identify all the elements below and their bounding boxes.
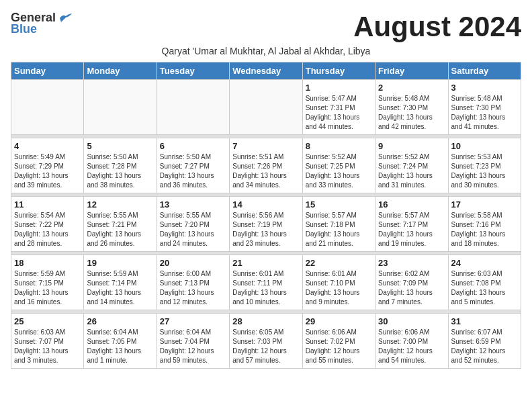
calendar-day: 15Sunrise: 5:57 AM Sunset: 7:18 PM Dayli… (302, 197, 375, 252)
calendar-day: 17Sunrise: 5:58 AM Sunset: 7:16 PM Dayli… (448, 197, 521, 252)
calendar-day: 22Sunrise: 6:01 AM Sunset: 7:10 PM Dayli… (302, 255, 375, 310)
day-info: Sunrise: 5:59 AM Sunset: 7:14 PM Dayligh… (87, 269, 153, 307)
calendar-day: 28Sunrise: 6:05 AM Sunset: 7:03 PM Dayli… (230, 314, 302, 369)
calendar-day: 3Sunrise: 5:48 AM Sunset: 7:30 PM Daylig… (448, 80, 521, 135)
day-number: 15 (306, 199, 372, 210)
calendar-day: 31Sunrise: 6:07 AM Sunset: 6:59 PM Dayli… (448, 314, 521, 369)
day-number: 5 (87, 141, 153, 151)
calendar-day: 23Sunrise: 6:02 AM Sunset: 7:09 PM Dayli… (375, 255, 448, 310)
weekday-header-saturday: Saturday (448, 62, 521, 80)
calendar-day: 18Sunrise: 5:59 AM Sunset: 7:15 PM Dayli… (11, 255, 84, 310)
day-number: 18 (14, 258, 81, 268)
day-number: 25 (14, 316, 81, 326)
day-number: 4 (14, 141, 81, 151)
day-info: Sunrise: 5:57 AM Sunset: 7:17 PM Dayligh… (378, 211, 445, 248)
weekday-header-monday: Monday (84, 62, 157, 80)
calendar-day: 19Sunrise: 5:59 AM Sunset: 7:14 PM Dayli… (84, 255, 157, 310)
week-row-2: 4Sunrise: 5:49 AM Sunset: 7:29 PM Daylig… (11, 138, 521, 193)
day-number: 31 (451, 316, 518, 326)
week-row-5: 25Sunrise: 6:03 AM Sunset: 7:07 PM Dayli… (11, 314, 521, 369)
day-info: Sunrise: 6:04 AM Sunset: 7:04 PM Dayligh… (160, 328, 226, 365)
calendar-day: 12Sunrise: 5:55 AM Sunset: 7:21 PM Dayli… (84, 197, 157, 252)
day-info: Sunrise: 5:55 AM Sunset: 7:20 PM Dayligh… (160, 211, 226, 248)
day-info: Sunrise: 6:04 AM Sunset: 7:05 PM Dayligh… (87, 328, 153, 365)
day-info: Sunrise: 5:54 AM Sunset: 7:22 PM Dayligh… (14, 211, 81, 248)
calendar-day: 25Sunrise: 6:03 AM Sunset: 7:07 PM Dayli… (11, 314, 84, 369)
weekday-header-row: SundayMondayTuesdayWednesdayThursdayFrid… (11, 62, 521, 80)
calendar-day: 13Sunrise: 5:55 AM Sunset: 7:20 PM Dayli… (157, 197, 229, 252)
calendar-day: 8Sunrise: 5:52 AM Sunset: 7:25 PM Daylig… (302, 138, 375, 193)
day-number: 1 (306, 83, 372, 93)
day-number: 22 (306, 258, 372, 268)
day-info: Sunrise: 5:50 AM Sunset: 7:28 PM Dayligh… (87, 152, 153, 190)
calendar-day: 20Sunrise: 6:00 AM Sunset: 7:13 PM Dayli… (157, 255, 229, 310)
day-info: Sunrise: 6:05 AM Sunset: 7:03 PM Dayligh… (232, 328, 299, 365)
day-number: 27 (160, 316, 226, 326)
day-number: 11 (14, 199, 81, 210)
day-number: 9 (378, 141, 445, 151)
weekday-header-friday: Friday (375, 62, 448, 80)
calendar-day: 29Sunrise: 6:06 AM Sunset: 7:02 PM Dayli… (302, 314, 375, 369)
day-number: 17 (451, 199, 518, 210)
day-info: Sunrise: 5:49 AM Sunset: 7:29 PM Dayligh… (14, 152, 81, 190)
logo-blue: Blue (11, 22, 37, 36)
day-info: Sunrise: 5:58 AM Sunset: 7:16 PM Dayligh… (451, 211, 518, 248)
logo: General Blue (11, 11, 73, 36)
day-number: 24 (451, 258, 518, 268)
calendar-day (11, 80, 84, 135)
week-row-4: 18Sunrise: 5:59 AM Sunset: 7:15 PM Dayli… (11, 255, 521, 310)
day-info: Sunrise: 5:48 AM Sunset: 7:30 PM Dayligh… (378, 94, 445, 132)
calendar-day: 7Sunrise: 5:51 AM Sunset: 7:26 PM Daylig… (230, 138, 302, 193)
weekday-header-thursday: Thursday (302, 62, 375, 80)
day-info: Sunrise: 6:01 AM Sunset: 7:10 PM Dayligh… (306, 269, 372, 307)
weekday-header-sunday: Sunday (11, 62, 84, 80)
day-info: Sunrise: 6:06 AM Sunset: 7:00 PM Dayligh… (378, 328, 445, 365)
calendar-table: SundayMondayTuesdayWednesdayThursdayFrid… (11, 62, 521, 369)
day-info: Sunrise: 5:57 AM Sunset: 7:18 PM Dayligh… (306, 211, 372, 248)
day-info: Sunrise: 6:06 AM Sunset: 7:02 PM Dayligh… (306, 328, 372, 365)
calendar-day: 9Sunrise: 5:52 AM Sunset: 7:24 PM Daylig… (375, 138, 448, 193)
day-info: Sunrise: 6:00 AM Sunset: 7:13 PM Dayligh… (160, 269, 226, 307)
day-number: 23 (378, 258, 445, 268)
day-info: Sunrise: 6:03 AM Sunset: 7:07 PM Dayligh… (14, 328, 81, 365)
calendar-day: 16Sunrise: 5:57 AM Sunset: 7:17 PM Dayli… (375, 197, 448, 252)
day-number: 12 (87, 199, 153, 210)
day-number: 21 (232, 258, 299, 268)
day-number: 20 (160, 258, 226, 268)
calendar-day: 6Sunrise: 5:50 AM Sunset: 7:27 PM Daylig… (157, 138, 229, 193)
day-number: 10 (451, 141, 518, 151)
calendar-day: 5Sunrise: 5:50 AM Sunset: 7:28 PM Daylig… (84, 138, 157, 193)
day-info: Sunrise: 5:56 AM Sunset: 7:19 PM Dayligh… (232, 211, 299, 248)
weekday-header-tuesday: Tuesday (157, 62, 229, 80)
calendar-day (230, 80, 302, 135)
day-number: 8 (306, 141, 372, 151)
month-title: August 2024 (353, 11, 521, 43)
day-number: 28 (232, 316, 299, 326)
day-number: 3 (451, 83, 518, 93)
week-row-3: 11Sunrise: 5:54 AM Sunset: 7:22 PM Dayli… (11, 197, 521, 252)
weekday-header-wednesday: Wednesday (230, 62, 302, 80)
day-info: Sunrise: 5:52 AM Sunset: 7:25 PM Dayligh… (306, 152, 372, 190)
logo-bird-icon (58, 13, 73, 24)
calendar-day (84, 80, 157, 135)
day-number: 2 (378, 83, 445, 93)
day-info: Sunrise: 6:01 AM Sunset: 7:11 PM Dayligh… (232, 269, 299, 307)
day-info: Sunrise: 6:02 AM Sunset: 7:09 PM Dayligh… (378, 269, 445, 307)
day-info: Sunrise: 5:52 AM Sunset: 7:24 PM Dayligh… (378, 152, 445, 190)
day-info: Sunrise: 5:47 AM Sunset: 7:31 PM Dayligh… (306, 94, 372, 132)
day-info: Sunrise: 5:50 AM Sunset: 7:27 PM Dayligh… (160, 152, 226, 190)
calendar-day: 11Sunrise: 5:54 AM Sunset: 7:22 PM Dayli… (11, 197, 84, 252)
calendar-day: 27Sunrise: 6:04 AM Sunset: 7:04 PM Dayli… (157, 314, 229, 369)
calendar-day: 2Sunrise: 5:48 AM Sunset: 7:30 PM Daylig… (375, 80, 448, 135)
day-number: 6 (160, 141, 226, 151)
calendar-day: 24Sunrise: 6:03 AM Sunset: 7:08 PM Dayli… (448, 255, 521, 310)
day-info: Sunrise: 5:53 AM Sunset: 7:23 PM Dayligh… (451, 152, 518, 190)
day-info: Sunrise: 5:55 AM Sunset: 7:21 PM Dayligh… (87, 211, 153, 248)
day-number: 29 (306, 316, 372, 326)
calendar-day: 21Sunrise: 6:01 AM Sunset: 7:11 PM Dayli… (230, 255, 302, 310)
calendar-day: 26Sunrise: 6:04 AM Sunset: 7:05 PM Dayli… (84, 314, 157, 369)
day-number: 14 (232, 199, 299, 210)
calendar-day: 4Sunrise: 5:49 AM Sunset: 7:29 PM Daylig… (11, 138, 84, 193)
calendar-day: 14Sunrise: 5:56 AM Sunset: 7:19 PM Dayli… (230, 197, 302, 252)
day-info: Sunrise: 5:51 AM Sunset: 7:26 PM Dayligh… (232, 152, 299, 190)
